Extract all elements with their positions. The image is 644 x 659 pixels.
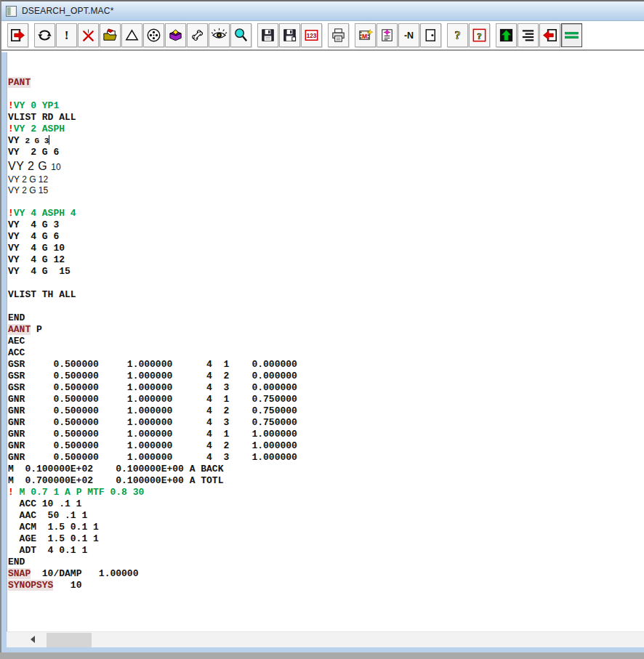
code-line: SYNOPSYS 10	[8, 580, 644, 591]
code-line: GNR 0.500000 1.000000 4 1 0.750000	[8, 394, 644, 405]
context-help-button[interactable]: ?	[469, 23, 490, 47]
lens-wheel-button[interactable]	[143, 23, 164, 47]
red-x-icon	[80, 27, 97, 44]
help-button[interactable]: ?	[447, 23, 468, 47]
jump-top-button[interactable]	[496, 23, 517, 47]
match-lines-button[interactable]	[561, 23, 582, 47]
justify-button[interactable]	[518, 23, 539, 47]
save-as-icon	[281, 27, 298, 44]
triangle-icon	[124, 27, 140, 44]
up-arrow-icon	[498, 27, 515, 44]
code-line: ! M 0.7 1 A P MTF 0.8 30	[8, 487, 644, 498]
code-segment: END	[8, 312, 25, 323]
save-as-button[interactable]	[279, 23, 300, 47]
code-line	[8, 54, 644, 65]
code-segment: AGE 1.5 0.1 1	[8, 533, 99, 544]
code-line: END	[8, 312, 644, 324]
code-segment: VLIST TH ALL	[8, 289, 76, 300]
code-line: AAC 50 .1 1	[8, 510, 644, 522]
numbers-icon: 123	[303, 27, 320, 44]
code-segment: PANT	[8, 77, 31, 88]
exclamation-icon: !	[58, 27, 75, 44]
code-line: GSR 0.500000 1.000000 4 2 0.000000	[8, 371, 644, 382]
notes-button[interactable]	[377, 23, 398, 47]
code-segment: ACC 10 .1 1	[8, 498, 81, 509]
visibility-button[interactable]	[209, 23, 230, 47]
code-segment: ACM 1.5 0.1 1	[8, 522, 99, 533]
code-line: GNR 0.500000 1.000000 4 2 1.000000	[8, 440, 644, 452]
code-segment: 2 G 3	[25, 137, 49, 145]
editor[interactable]: PANT !VY 0 YP1VLIST RD ALL!VY 2 ASPHVY 2…	[1, 52, 644, 631]
open-folder-icon	[102, 27, 118, 44]
desktop-background	[0, 652, 644, 659]
code-segment: VY 4 G 15	[8, 266, 71, 277]
code-line: M 0.700000E+02 0.100000E+00 A TOTL	[8, 475, 644, 487]
text-caret	[49, 135, 49, 145]
code-line	[8, 65, 644, 77]
code-line: VY 4 G 12	[8, 254, 644, 266]
gem-icon	[167, 27, 184, 44]
code-line: VY 4 G 6	[8, 231, 644, 243]
save-icon	[259, 27, 276, 44]
code-segment: AAC 50 .1 1	[8, 510, 87, 521]
code-line: ACC 10 .1 1	[8, 498, 644, 510]
svg-text:!: !	[65, 28, 69, 42]
context-help-icon: ?	[471, 27, 488, 44]
print-button[interactable]	[328, 23, 349, 47]
run-macro-button[interactable]	[7, 23, 28, 47]
code-line	[8, 89, 644, 100]
open-file-button[interactable]	[100, 23, 121, 47]
refresh-icon	[36, 27, 53, 44]
magnifier-icon	[233, 27, 249, 44]
code-line: GNR 0.500000 1.000000 4 1 1.000000	[8, 429, 644, 440]
code-line: AGE 1.5 0.1 1	[8, 533, 644, 545]
door-button[interactable]	[420, 23, 441, 47]
minus-n-button[interactable]: -N	[398, 23, 419, 47]
refresh-button[interactable]	[34, 23, 55, 47]
tool-button[interactable]	[187, 23, 208, 47]
code-segment: !	[8, 208, 14, 219]
code-segment: VY 4 G 12	[8, 254, 65, 265]
bone-icon	[189, 27, 206, 44]
exclaim-button[interactable]: !	[56, 23, 77, 47]
eye-icon	[211, 27, 228, 44]
code-line: VY 2 G 10	[8, 158, 644, 174]
code-segment: !	[8, 100, 14, 111]
svg-text:-N: -N	[404, 31, 414, 41]
zoom-button[interactable]	[230, 23, 251, 47]
run-icon	[9, 27, 26, 44]
code-segment: M 0.700000E+02 0.100000E+00 A TOTL	[8, 475, 223, 486]
code-line: VY 4 G 15	[8, 266, 644, 278]
code-line: VY 4 G 10	[8, 243, 644, 254]
printer-icon	[330, 27, 347, 44]
scrollbar-thumb[interactable]	[47, 633, 92, 647]
code-segment: 10	[51, 162, 60, 172]
code-line: GNR 0.500000 1.000000 4 3 0.750000	[8, 417, 644, 429]
import-arrow-icon	[542, 27, 558, 44]
door-icon	[422, 27, 439, 44]
code-segment: VY 4 G 3	[8, 219, 59, 230]
code-line	[8, 196, 644, 208]
delete-button[interactable]	[78, 23, 99, 47]
code-line: GNR 0.500000 1.000000 4 3 1.000000	[8, 452, 644, 464]
horizontal-scrollbar[interactable]	[7, 631, 644, 648]
svg-text:?: ?	[454, 28, 460, 42]
toolbar: !123M-N??	[1, 21, 644, 51]
code-line: VY 4 G 3	[8, 219, 644, 231]
code-line: M 0.100000E+02 0.100000E+00 A BACK	[8, 464, 644, 475]
triangle-button[interactable]	[121, 23, 142, 47]
numbers-button[interactable]: 123	[301, 23, 322, 47]
solid-model-button[interactable]	[165, 23, 186, 47]
svg-text:123: 123	[307, 33, 317, 39]
window-title: DSEARCH_OPT.MAC*	[22, 6, 114, 16]
save-button[interactable]	[257, 23, 278, 47]
document-icon[interactable]	[6, 6, 17, 17]
scroll-left-button[interactable]	[23, 632, 43, 648]
svg-text:M: M	[362, 33, 367, 40]
help-icon: ?	[449, 27, 466, 44]
code-line: !VY 2 ASPH	[8, 124, 644, 135]
code-segment: P	[31, 324, 42, 335]
import-button[interactable]	[539, 23, 560, 47]
window-left-border	[1, 52, 7, 647]
movie-button[interactable]: M	[355, 23, 376, 47]
